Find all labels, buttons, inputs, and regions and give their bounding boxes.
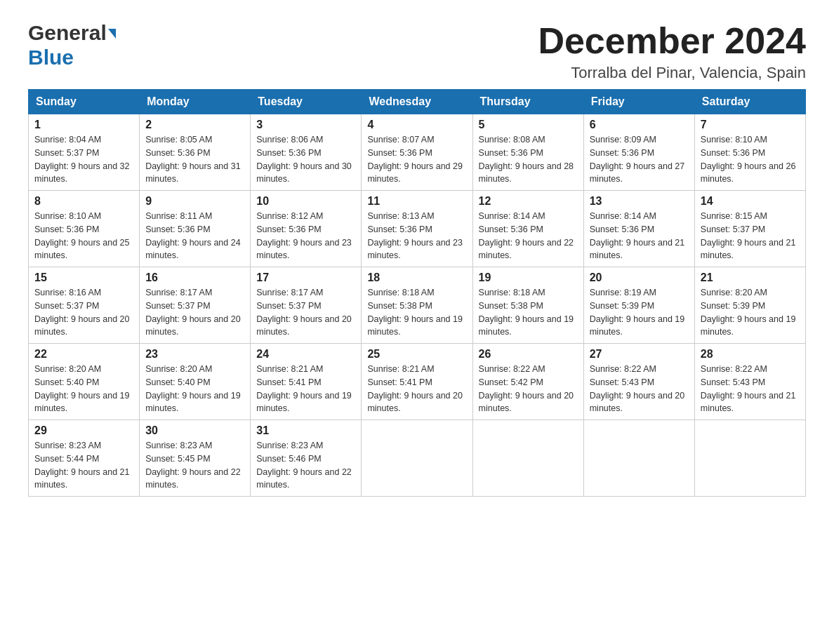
table-row: 30 Sunrise: 8:23 AM Sunset: 5:45 PM Dayl… [140,420,251,497]
day-number: 21 [701,271,800,284]
day-info: Sunrise: 8:21 AM Sunset: 5:41 PM Dayligh… [367,363,466,415]
day-info: Sunrise: 8:06 AM Sunset: 5:36 PM Dayligh… [256,133,355,186]
table-row: 9 Sunrise: 8:11 AM Sunset: 5:36 PM Dayli… [140,191,251,267]
sunrise-label: Sunrise: 8:12 AM [256,211,323,221]
day-info: Sunrise: 8:08 AM Sunset: 5:36 PM Dayligh… [479,133,578,186]
daylight-label: Daylight: 9 hours and 22 minutes. [256,467,352,490]
table-row [472,420,583,497]
day-info: Sunrise: 8:10 AM Sunset: 5:36 PM Dayligh… [34,210,133,262]
day-info: Sunrise: 8:14 AM Sunset: 5:36 PM Dayligh… [479,210,578,262]
day-number: 28 [701,348,800,361]
table-row: 20 Sunrise: 8:19 AM Sunset: 5:39 PM Dayl… [583,267,694,344]
day-number: 18 [367,271,466,284]
sunset-label: Sunset: 5:36 PM [367,148,432,158]
sunrise-label: Sunrise: 8:23 AM [34,441,101,450]
sunrise-label: Sunrise: 8:22 AM [590,364,656,374]
table-row: 5 Sunrise: 8:08 AM Sunset: 5:36 PM Dayli… [472,114,583,191]
table-row: 2 Sunrise: 8:05 AM Sunset: 5:36 PM Dayli… [140,114,251,191]
sunset-label: Sunset: 5:36 PM [479,224,543,234]
sunrise-label: Sunrise: 8:18 AM [367,288,434,297]
day-info: Sunrise: 8:04 AM Sunset: 5:37 PM Dayligh… [34,133,133,186]
header-thursday: Thursday [472,90,583,114]
table-row [362,420,472,497]
sunset-label: Sunset: 5:36 PM [145,148,210,158]
sunrise-label: Sunrise: 8:16 AM [34,288,101,297]
sunrise-label: Sunrise: 8:17 AM [256,288,323,297]
day-number: 23 [145,348,244,361]
header-sunday: Sunday [29,90,140,114]
sunset-label: Sunset: 5:39 PM [701,301,765,311]
table-row: 6 Sunrise: 8:09 AM Sunset: 5:36 PM Dayli… [583,114,694,191]
day-number: 25 [367,348,466,361]
day-info: Sunrise: 8:14 AM Sunset: 5:36 PM Dayligh… [590,210,689,262]
sunrise-label: Sunrise: 8:14 AM [479,211,545,221]
sunrise-label: Sunrise: 8:14 AM [590,211,656,221]
sunrise-label: Sunrise: 8:04 AM [34,135,101,145]
day-number: 4 [367,119,466,131]
sunset-label: Sunset: 5:38 PM [367,301,432,311]
daylight-label: Daylight: 9 hours and 19 minutes. [479,314,574,337]
daylight-label: Daylight: 9 hours and 20 minutes. [590,391,685,414]
sunrise-label: Sunrise: 8:15 AM [701,211,767,221]
calendar-week-row: 15 Sunrise: 8:16 AM Sunset: 5:37 PM Dayl… [29,267,806,344]
day-number: 14 [701,195,800,208]
daylight-label: Daylight: 9 hours and 32 minutes. [34,161,130,185]
day-info: Sunrise: 8:17 AM Sunset: 5:37 PM Dayligh… [145,286,244,339]
daylight-label: Daylight: 9 hours and 23 minutes. [367,238,463,261]
table-row: 14 Sunrise: 8:15 AM Sunset: 5:37 PM Dayl… [694,191,805,267]
page-header: General Blue December 2024 Torralba del … [28,21,806,82]
table-row: 4 Sunrise: 8:07 AM Sunset: 5:36 PM Dayli… [362,114,472,191]
table-row: 24 Sunrise: 8:21 AM Sunset: 5:41 PM Dayl… [251,344,362,420]
day-info: Sunrise: 8:16 AM Sunset: 5:37 PM Dayligh… [34,286,133,339]
sunrise-label: Sunrise: 8:10 AM [34,211,101,221]
day-info: Sunrise: 8:05 AM Sunset: 5:36 PM Dayligh… [145,133,244,186]
sunrise-label: Sunrise: 8:21 AM [256,364,323,374]
day-info: Sunrise: 8:12 AM Sunset: 5:36 PM Dayligh… [256,210,355,262]
day-number: 10 [256,195,355,208]
daylight-label: Daylight: 9 hours and 23 minutes. [256,238,352,261]
table-row: 28 Sunrise: 8:22 AM Sunset: 5:43 PM Dayl… [694,344,805,420]
sunrise-label: Sunrise: 8:11 AM [145,211,212,221]
sunset-label: Sunset: 5:36 PM [256,148,321,158]
daylight-label: Daylight: 9 hours and 19 minutes. [256,391,352,414]
sunrise-label: Sunrise: 8:19 AM [590,288,656,297]
day-number: 6 [590,119,689,131]
month-title: December 2024 [538,21,806,61]
sunset-label: Sunset: 5:38 PM [479,301,543,311]
sunset-label: Sunset: 5:36 PM [34,224,99,234]
table-row [583,420,694,497]
sunrise-label: Sunrise: 8:18 AM [479,288,545,297]
calendar-week-row: 8 Sunrise: 8:10 AM Sunset: 5:36 PM Dayli… [29,191,806,267]
calendar-header-row: Sunday Monday Tuesday Wednesday Thursday… [29,90,806,114]
table-row: 7 Sunrise: 8:10 AM Sunset: 5:36 PM Dayli… [694,114,805,191]
sunrise-label: Sunrise: 8:13 AM [367,211,434,221]
daylight-label: Daylight: 9 hours and 19 minutes. [34,391,130,414]
header-wednesday: Wednesday [362,90,472,114]
day-number: 16 [145,271,244,284]
table-row: 13 Sunrise: 8:14 AM Sunset: 5:36 PM Dayl… [583,191,694,267]
day-number: 12 [479,195,578,208]
daylight-label: Daylight: 9 hours and 28 minutes. [479,161,574,185]
day-number: 15 [34,271,133,284]
daylight-label: Daylight: 9 hours and 27 minutes. [590,161,685,185]
sunset-label: Sunset: 5:41 PM [256,377,321,387]
daylight-label: Daylight: 9 hours and 24 minutes. [145,238,241,261]
table-row: 27 Sunrise: 8:22 AM Sunset: 5:43 PM Dayl… [583,344,694,420]
daylight-label: Daylight: 9 hours and 21 minutes. [701,391,796,414]
sunset-label: Sunset: 5:36 PM [701,148,765,158]
daylight-label: Daylight: 9 hours and 19 minutes. [145,391,241,414]
day-number: 1 [34,119,133,131]
header-friday: Friday [583,90,694,114]
sunset-label: Sunset: 5:36 PM [590,224,654,234]
daylight-label: Daylight: 9 hours and 20 minutes. [479,391,574,414]
daylight-label: Daylight: 9 hours and 22 minutes. [145,467,241,490]
day-number: 20 [590,271,689,284]
table-row [694,420,805,497]
sunrise-label: Sunrise: 8:05 AM [145,135,212,145]
day-info: Sunrise: 8:10 AM Sunset: 5:36 PM Dayligh… [701,133,800,186]
day-info: Sunrise: 8:19 AM Sunset: 5:39 PM Dayligh… [590,286,689,339]
calendar-week-row: 1 Sunrise: 8:04 AM Sunset: 5:37 PM Dayli… [29,114,806,191]
daylight-label: Daylight: 9 hours and 20 minutes. [256,314,352,337]
day-info: Sunrise: 8:22 AM Sunset: 5:43 PM Dayligh… [701,363,800,415]
daylight-label: Daylight: 9 hours and 19 minutes. [367,314,463,337]
